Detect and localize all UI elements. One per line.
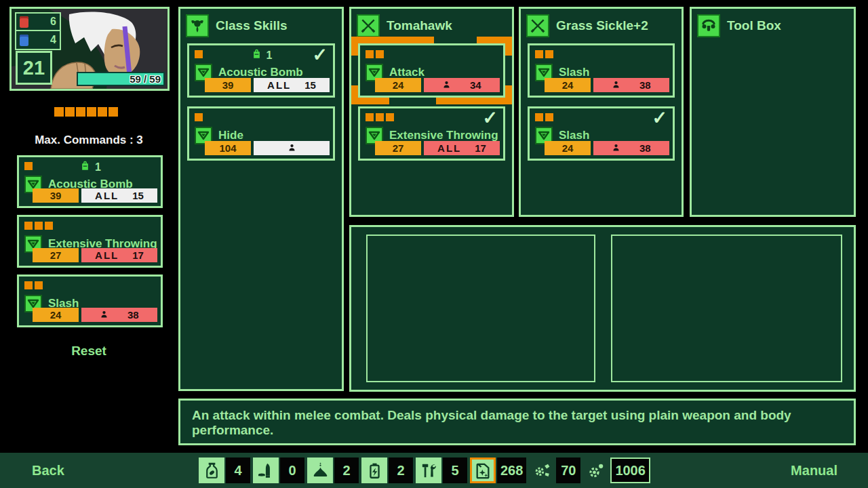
command-pip	[376, 50, 384, 58]
command-pip	[87, 107, 96, 117]
target-badge: ALL15	[81, 188, 157, 203]
formation-slot-left	[366, 235, 595, 382]
selection-bracket	[477, 37, 512, 56]
class-skills-icon	[186, 14, 209, 37]
uses-counter: 1	[189, 47, 333, 63]
card-pips	[366, 113, 394, 121]
skill-card[interactable]: 1Acoustic Bomb39ALL15	[17, 155, 163, 208]
skill-card[interactable]: Extensive Throwing27ALL17	[17, 215, 163, 268]
class-skills-panel: Class Skills 1✓Acoustic Bomb39ALL15Hide1…	[178, 7, 344, 391]
grass-sickle-icon	[526, 14, 549, 37]
item-count: 2	[389, 458, 413, 483]
skill-badges: 27ALL17	[375, 141, 500, 155]
cost-badge: 104	[205, 141, 251, 155]
item-count: 70	[556, 458, 580, 483]
command-pip	[108, 107, 118, 117]
back-button[interactable]: Back	[32, 453, 64, 488]
inventory-item[interactable]: 4	[199, 458, 250, 483]
command-pip	[376, 113, 384, 121]
command-pip	[54, 107, 64, 117]
inventory-item[interactable]: 2	[307, 458, 359, 483]
gears-icon[interactable]	[583, 458, 609, 483]
grass-sickle-panel: Grass Sickle+2 Slash2438✓Slash2438	[519, 7, 684, 217]
parts-icon[interactable]	[529, 458, 555, 483]
skill-card[interactable]: Hide104	[187, 106, 335, 161]
fuel-icon[interactable]	[470, 458, 496, 483]
target-badge	[254, 141, 330, 155]
bottom-bar: Back 40225268701006 Manual	[0, 453, 868, 488]
manual-button[interactable]: Manual	[791, 453, 837, 488]
target-badge: ALL17	[81, 248, 157, 262]
skill-badges: 2434	[375, 78, 500, 92]
target-badge: ALL15	[254, 78, 330, 92]
card-pips	[535, 50, 553, 58]
skill-card[interactable]: Slash2438	[528, 43, 675, 98]
stat-row-blue: 4	[16, 31, 60, 49]
command-pip	[195, 113, 203, 121]
card-pips	[195, 113, 203, 121]
cost-badge: 24	[545, 141, 591, 155]
skill-name: Slash	[559, 129, 589, 142]
card-pips	[24, 222, 53, 230]
skill-badges: 39ALL15	[205, 78, 330, 92]
character-number: 21	[16, 51, 52, 85]
command-pip	[65, 107, 75, 117]
person-icon	[100, 309, 108, 321]
uses-count: 1	[95, 161, 101, 174]
person-icon	[442, 79, 451, 92]
selection-bracket	[351, 37, 434, 56]
panel-title: Grass Sickle+2	[556, 18, 648, 33]
uses-count: 1	[267, 49, 273, 62]
target-value: 15	[132, 190, 144, 201]
uses-bag-icon	[250, 47, 263, 63]
command-pip	[386, 113, 394, 121]
target-badge: 38	[81, 308, 157, 322]
character-portrait: 6 4 21 59 / 59	[9, 7, 170, 91]
person-icon	[612, 79, 620, 92]
command-pip	[76, 107, 85, 117]
person-icon	[612, 142, 620, 155]
target-value: 17	[132, 249, 144, 261]
skill-badges: 27ALL17	[33, 248, 157, 262]
card-pips	[366, 50, 384, 58]
skill-card[interactable]: 1✓Acoustic Bomb39ALL15	[187, 43, 335, 98]
target-value: 38	[127, 309, 139, 321]
inventory-item[interactable]: 1006	[583, 458, 650, 483]
skill-name: Attack	[389, 66, 425, 79]
item-count: 4	[226, 458, 250, 483]
check-icon: ✓	[312, 44, 328, 66]
target-all-label: ALL	[95, 249, 119, 261]
resource-stats: 6 4	[15, 12, 61, 50]
target-value: 38	[639, 79, 651, 91]
inventory-item[interactable]: 70	[529, 458, 580, 483]
command-pip	[366, 113, 374, 121]
panel-header: Tool Box	[692, 9, 854, 42]
cost-badge: 24	[33, 308, 79, 322]
inventory-item[interactable]: 5	[416, 458, 467, 483]
target-badge: 38	[593, 78, 669, 92]
skill-card[interactable]: Slash2438	[17, 274, 163, 327]
medicine-icon[interactable]	[199, 458, 224, 483]
powder-icon[interactable]	[307, 458, 333, 483]
reset-button[interactable]: Reset	[0, 344, 178, 359]
skill-card[interactable]: Attack2434	[358, 43, 505, 98]
inventory-item[interactable]: 268	[470, 458, 526, 483]
target-value: 34	[470, 79, 481, 91]
skill-card[interactable]: ✓Extensive Throwing27ALL17	[358, 106, 505, 161]
inventory-item[interactable]: 2	[361, 458, 413, 483]
panel-title: Tool Box	[727, 18, 781, 33]
skill-badges: 2438	[545, 141, 669, 155]
target-all-label: ALL	[437, 142, 461, 154]
skill-card[interactable]: ✓Slash2438	[528, 106, 675, 161]
tools-icon[interactable]	[416, 458, 441, 483]
blue-item-count: 4	[50, 34, 56, 46]
battery-icon[interactable]	[361, 458, 387, 483]
tomahawk-panel: Tomahawk Attack2434✓Extensive Throwing27…	[349, 7, 514, 217]
red-item-icon	[20, 16, 28, 28]
ammo-icon[interactable]	[253, 458, 279, 483]
skill-name: Extensive Throwing	[389, 129, 498, 142]
skill-name: Hide	[218, 129, 243, 142]
check-icon: ✓	[652, 107, 667, 129]
command-pip	[24, 281, 33, 289]
inventory-item[interactable]: 0	[253, 458, 304, 483]
